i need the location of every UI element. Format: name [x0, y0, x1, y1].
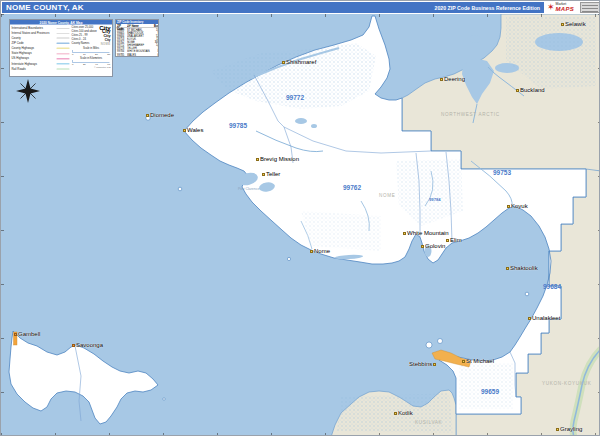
tundra-speckles	[337, 393, 453, 433]
gambell-highlight	[14, 332, 18, 345]
legend-item: Rail Roads	[12, 66, 70, 71]
edition-label: 2020 ZIP Code Business Reference Edition	[435, 5, 540, 11]
map-frame-ticks-left	[1, 14, 4, 436]
sledge-island	[287, 257, 290, 260]
st-michael-islet	[426, 342, 432, 348]
map-poster: 99772 99785 99762 99784 99753 99684 9965…	[0, 0, 600, 436]
inland-lake-2	[468, 35, 482, 43]
st-michael-islet-2	[438, 339, 443, 344]
zip-table-panel: ZIP Code Inventory ZIP Code ZIP Name Bus…	[115, 19, 159, 57]
page-title: NOME COUNTY, AK	[6, 3, 84, 12]
header: NOME COUNTY, AK 2020 ZIP Code Business R…	[1, 1, 600, 14]
punuk-island	[163, 398, 165, 400]
logo-star-icon: ✶	[547, 3, 555, 12]
scale-bar-km: Scale in Kilometers 0204060	[72, 57, 111, 66]
legend-item: County NamesNOME	[72, 42, 111, 46]
fine-print-box	[580, 2, 600, 13]
title-bar: NOME COUNTY, AK 2020 ZIP Code Business R…	[2, 2, 544, 13]
zip-table-row: 99785WALES6	[116, 53, 159, 56]
diomede-island	[146, 116, 150, 120]
king-island	[178, 187, 182, 191]
besboro-island	[525, 292, 529, 296]
marketmaps-logo: ✶ Market MAPS	[546, 1, 579, 14]
inland-lake-4	[311, 124, 317, 128]
legend-credit: © MarketMAPS	[72, 66, 111, 69]
tundra-speckles	[459, 363, 513, 409]
inland-lake-3	[295, 118, 307, 124]
map-frame-ticks-top	[1, 14, 600, 17]
legend-panel: 2020 Nome County, AK Map International B…	[9, 19, 113, 77]
legend-city-items: Cities over 25,000City Cities 100 and ab…	[72, 26, 111, 72]
logo-line2: MAPS	[556, 6, 575, 12]
scale-bar-miles: Scale in Miles 0102030	[72, 47, 111, 56]
golovnin-lagoon	[425, 245, 432, 257]
legend-line-items: International Boundaries Internal States…	[12, 26, 70, 72]
